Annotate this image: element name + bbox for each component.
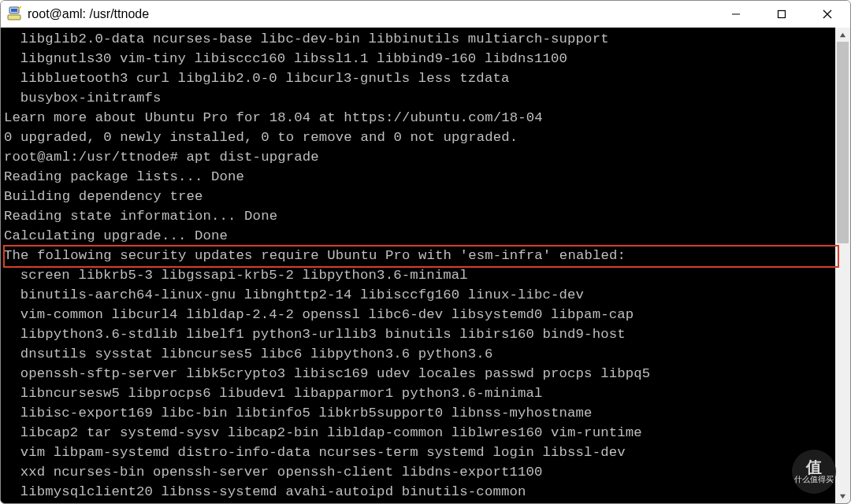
terminal-line: The following security updates require U… [4,246,832,265]
terminal-line: Building dependency tree [4,187,832,206]
terminal-window: root@aml: /usr/ttnode libglib2.0-data nc… [0,0,851,504]
terminal-line: Learn more about Ubuntu Pro for 18.04 at… [4,108,832,128]
scroll-up-arrow-icon[interactable] [835,28,850,42]
svg-marker-9 [840,494,845,498]
watermark-mark: 值 [794,459,834,475]
svg-marker-8 [840,32,845,36]
svg-rect-2 [8,15,20,20]
terminal-line: Calculating upgrade... Done [4,226,832,246]
svg-rect-1 [11,9,17,12]
terminal-line: Reading state information... Done [4,206,832,226]
terminal-line: libisc-export169 libc-bin libtinfo5 libk… [4,403,832,423]
terminal-line: vim-common libcurl4 libldap-2.4-2 openss… [4,305,832,324]
terminal-line: 0 upgraded, 0 newly installed, 0 to remo… [4,128,832,147]
terminal-line: libpython3.6-stdlib libelf1 python3-urll… [4,324,832,344]
watermark-label: 什么值得买 [794,475,834,484]
terminal-line: libglib2.0-data ncurses-base libc-dev-bi… [4,29,832,49]
terminal-line: Reading package lists... Done [4,167,832,187]
terminal-line: libcap2 tar systemd-sysv libcap2-bin lib… [4,423,832,443]
terminal-area: libglib2.0-data ncurses-base libc-dev-bi… [1,28,850,503]
terminal-line: screen libkrb5-3 libgssapi-krb5-2 libpyt… [4,265,832,285]
terminal-line: libncursesw5 libprocps6 libudev1 libappa… [4,384,832,403]
terminal-line: binutils-aarch64-linux-gnu libnghttp2-14… [4,285,832,305]
terminal-line: libmysqlclient20 libnss-systemd avahi-au… [4,482,832,502]
maximize-button[interactable] [759,1,805,28]
terminal-line: busybox-initramfs [4,88,832,108]
scrollbar[interactable] [835,28,850,503]
window-buttons [713,1,850,28]
terminal-line: vim libpam-systemd distro-info-data ncur… [4,443,832,462]
scroll-track[interactable] [835,42,850,489]
watermark-badge: 值 什么值得买 [792,450,836,494]
minimize-button[interactable] [713,1,759,28]
terminal-line: root@aml:/usr/ttnode# apt dist-upgrade [4,147,832,167]
scroll-down-arrow-icon[interactable] [835,489,850,503]
terminal-output[interactable]: libglib2.0-data ncurses-base libc-dev-bi… [1,28,835,503]
close-button[interactable] [805,1,850,28]
scroll-thumb[interactable] [837,42,849,243]
terminal-line: libbluetooth3 curl libglib2.0-0 libcurl3… [4,69,832,88]
terminal-line: dnsutils sysstat libncurses5 libc6 libpy… [4,344,832,364]
app-icon [6,6,23,23]
terminal-line: openssh-sftp-server libk5crypto3 libisc1… [4,364,832,384]
svg-rect-5 [779,11,786,18]
titlebar[interactable]: root@aml: /usr/ttnode [1,1,850,28]
terminal-line: libgnutls30 vim-tiny libisccc160 libssl1… [4,49,832,69]
terminal-line: xxd ncurses-bin openssh-server openssh-c… [4,462,832,482]
window-title: root@aml: /usr/ttnode [28,7,149,21]
